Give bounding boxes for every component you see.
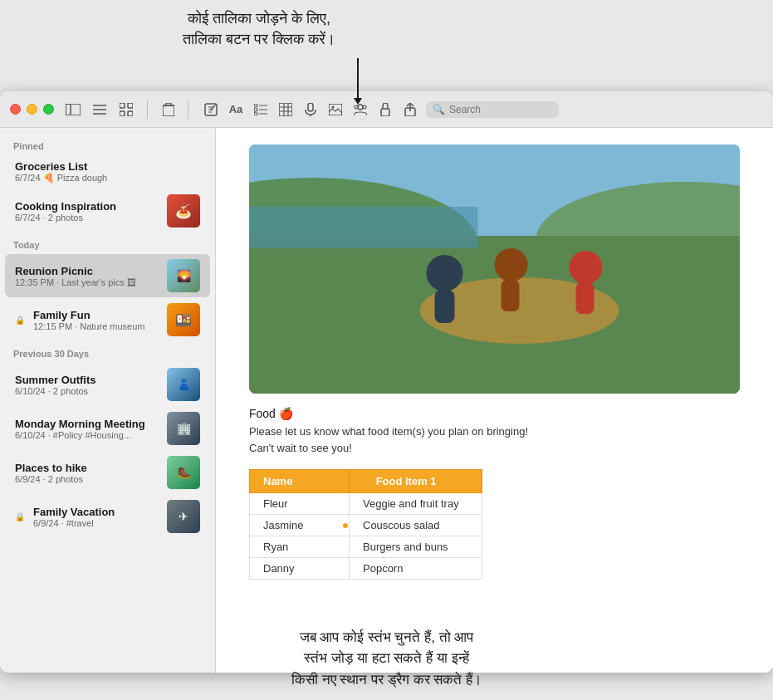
sidebar-item-monday[interactable]: Monday Morning Meeting 6/10/24 · #Policy… (5, 407, 210, 450)
svg-rect-50 (576, 282, 594, 314)
trash-icon[interactable] (159, 100, 178, 119)
toolbar-divider (147, 100, 148, 119)
table-cell-food-0[interactable]: Veggie and fruit tray (350, 493, 482, 515)
sidebar-item-summer[interactable]: Summer Outfits 6/10/24 · 2 photos 👗 (5, 363, 210, 406)
sidebar-item-info-summer: Summer Outfits 6/10/24 · 2 photos (15, 374, 160, 396)
svg-point-44 (427, 255, 463, 291)
top-callout-line2: तालिका बटन पर क्लिक करें। (183, 31, 335, 47)
sidebar-item-places[interactable]: Places to hike 6/9/24 · 2 photos 🥾 (5, 451, 210, 494)
svg-point-22 (254, 112, 257, 115)
sidebar-item-info-places: Places to hike 6/9/24 · 2 photos (15, 462, 160, 484)
svg-point-49 (570, 251, 603, 284)
svg-rect-9 (163, 105, 174, 116)
sidebar-item-reunion[interactable]: Reunion Picnic 12:35 PM · Last year's pi… (5, 254, 210, 297)
svg-rect-5 (120, 103, 125, 108)
svg-point-18 (254, 104, 257, 107)
note-body-line1: Please let us know what food item(s) you… (249, 423, 740, 440)
hero-image (249, 144, 740, 394)
titlebar: Aa 🔍 (0, 91, 773, 128)
sidebar-item-info-groceries: Groceries List 6/7/24 🍕 Pizza dough (15, 160, 200, 184)
sidebar-item-info-cooking: Cooking Inspiration 6/7/24 · 2 photos (15, 200, 160, 223)
sidebar-item-subtitle-places: 6/9/24 · 2 photos (15, 474, 160, 484)
minimize-button[interactable] (27, 104, 37, 115)
checklist-icon[interactable] (252, 100, 270, 119)
table-cell-food-2[interactable]: Burgers and buns (350, 536, 482, 558)
table-cell-food-1[interactable]: Couscous salad (350, 515, 482, 536)
sidebar-item-title-cooking: Cooking Inspiration (15, 200, 160, 213)
table-cell-name-3[interactable]: Danny (250, 558, 350, 580)
svg-rect-8 (128, 111, 133, 116)
search-input[interactable] (449, 104, 549, 115)
table-cell-food-3[interactable]: Popcorn (350, 558, 482, 580)
table-icon[interactable] (276, 100, 295, 119)
cell-indicator (343, 523, 348, 528)
list-view-icon[interactable] (91, 100, 109, 119)
table-cell-name-0[interactable]: Fleur (250, 493, 350, 515)
zoom-button[interactable] (43, 104, 54, 115)
sidebar-item-thumb-cooking: 🍝 (167, 194, 200, 228)
main-content: Pinned Groceries List 6/7/24 🍕 Pizza dou… (0, 128, 773, 673)
lock-icon[interactable] (376, 100, 394, 119)
search-icon: 🔍 (433, 104, 445, 115)
svg-rect-45 (435, 290, 455, 323)
table-col-food-header[interactable]: Food Item 1 (350, 470, 482, 493)
svg-rect-7 (120, 111, 125, 116)
table-col-name-header[interactable]: Name (250, 470, 350, 493)
font-icon[interactable]: Aa (227, 100, 245, 119)
audio-icon[interactable] (301, 100, 320, 119)
sidebar-item-subtitle-family-fun: 12:15 PM · Nature museum (33, 321, 160, 331)
svg-point-46 (495, 248, 528, 281)
media-icon[interactable] (326, 100, 345, 119)
search-box[interactable]: 🔍 (426, 101, 559, 118)
svg-rect-24 (279, 103, 292, 116)
svg-point-33 (358, 105, 363, 110)
sidebar-item-title-groceries: Groceries List (15, 160, 200, 173)
close-button[interactable] (10, 104, 21, 115)
sidebar-item-vacation[interactable]: 🔒 Family Vacation 6/9/24 · #travel ✈ (5, 495, 210, 538)
sidebar-item-thumb-family-fun: 🍱 (167, 303, 200, 336)
sidebar-item-subtitle-groceries: 6/7/24 🍕 Pizza dough (15, 173, 200, 184)
sidebar-item-title-summer: Summer Outfits (15, 374, 160, 386)
col-handle-icon (363, 479, 369, 486)
sidebar-item-thumb-places: 🥾 (167, 456, 200, 489)
table-row: Fleur Veggie and fruit tray (250, 493, 482, 515)
sidebar-item-subtitle-monday: 6/10/24 · #Policy #Housing... (15, 430, 160, 440)
sidebar: Pinned Groceries List 6/7/24 🍕 Pizza dou… (0, 128, 216, 673)
sidebar-item-subtitle-cooking: 6/7/24 · 2 photos (15, 213, 160, 223)
sidebar-item-info-vacation: Family Vacation 6/9/24 · #travel (33, 506, 160, 528)
traffic-lights (10, 104, 54, 115)
sidebar-item-thumb-monday: 🏢 (167, 412, 200, 445)
sidebar-item-title-monday: Monday Morning Meeting (15, 418, 160, 430)
toolbar-left (64, 100, 178, 119)
sidebar-item-title-reunion: Reunion Picnic (15, 265, 160, 277)
note-body-line2: Can't wait to see you! (249, 440, 740, 457)
callout-arrow (357, 58, 359, 100)
svg-rect-51 (249, 207, 478, 248)
grid-view-icon[interactable] (117, 100, 135, 119)
share-icon[interactable] (401, 100, 419, 119)
top-callout-line1: कोई तालिका जोड़ने के लिए, (188, 10, 330, 27)
sidebar-toggle-icon[interactable] (64, 100, 82, 119)
svg-rect-1 (66, 104, 81, 115)
table-container: Name Food Item 1 Fleur Veggie and fruit … (249, 469, 740, 580)
svg-rect-36 (381, 109, 389, 116)
table-cell-name-1[interactable]: Jasmine (250, 515, 350, 536)
sidebar-item-cooking[interactable]: Cooking Inspiration 6/7/24 · 2 photos 🍝 (5, 189, 210, 233)
food-table: Name Food Item 1 Fleur Veggie and fruit … (249, 469, 482, 580)
today-section-label: Today (0, 233, 215, 253)
sidebar-item-title-places: Places to hike (15, 462, 160, 474)
sidebar-item-title-family-fun: Family Fun (33, 309, 160, 321)
table-cell-name-2[interactable]: Ryan (250, 536, 350, 558)
svg-point-20 (254, 108, 257, 111)
svg-rect-29 (308, 103, 313, 111)
prev-section-label: Previous 30 Days (0, 342, 215, 362)
hero-image-inner (249, 144, 740, 394)
sidebar-item-info-monday: Monday Morning Meeting 6/10/24 · #Policy… (15, 418, 160, 440)
note-text-section: Food 🍎 Please let us know what food item… (249, 407, 740, 456)
main-window: Aa 🔍 (0, 91, 773, 673)
sidebar-item-family-fun[interactable]: 🔒 Family Fun 12:15 PM · Nature museum 🍱 (5, 298, 210, 341)
top-callout: कोई तालिका जोड़ने के लिए, तालिका बटन पर … (183, 8, 335, 50)
compose-icon[interactable] (202, 100, 220, 119)
table-row: Ryan Burgers and buns (250, 536, 482, 558)
sidebar-item-groceries[interactable]: Groceries List 6/7/24 🍕 Pizza dough (5, 155, 210, 188)
